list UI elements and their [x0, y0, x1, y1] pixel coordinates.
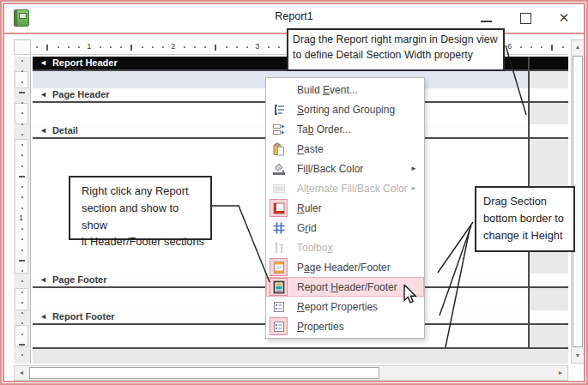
menu-item-tab-order[interactable]: Tab Order... — [266, 119, 424, 139]
section-arrow-icon: ◄ — [39, 90, 47, 99]
submenu-arrow-icon: ► — [410, 184, 417, 192]
section-context-menu: Build Event... Sorting and Grouping Tab … — [265, 77, 425, 339]
cursor-pointer-icon — [403, 285, 420, 304]
menu-item-toolbox[interactable]: Toolbox — [266, 238, 424, 257]
report-header-footer-icon — [270, 279, 287, 295]
paste-icon — [270, 141, 287, 157]
menu-item-build-event[interactable]: Build Event... — [266, 80, 424, 99]
menu-item-page-header-footer[interactable]: Page Header/Footer — [266, 257, 424, 277]
report-properties-icon — [270, 298, 287, 315]
scroll-up-icon[interactable]: ▲ — [571, 40, 585, 54]
menu-item-report-header-footer[interactable]: Report Header/Footer — [266, 277, 424, 297]
menu-item-fill-back-color[interactable]: Fill/Back Color ► — [266, 159, 424, 178]
sorting-grouping-icon — [270, 101, 287, 117]
callout-right-click-section: Right click any Reportsection and show t… — [69, 176, 212, 240]
menu-item-ruler[interactable]: Ruler — [266, 198, 424, 218]
menu-item-sorting-and-grouping[interactable]: Sorting and Grouping — [266, 99, 424, 119]
maximize-button[interactable] — [512, 7, 538, 29]
scroll-right-icon[interactable]: ► — [554, 366, 567, 380]
scroll-left-icon[interactable]: ◄ — [15, 366, 28, 380]
ruler-corner-box[interactable] — [14, 39, 31, 55]
callout-drag-right-margin: Drag the Report right margin in Design v… — [287, 28, 505, 71]
callout-drag-section-border: Drag Sectionbottom border tochange it He… — [475, 186, 575, 252]
section-arrow-icon: ◄ — [39, 126, 47, 135]
menu-item-paste[interactable]: Paste — [266, 139, 424, 159]
no-icon — [270, 81, 287, 98]
vruler-segment — [15, 139, 28, 274]
menu-item-alternate-fill-back-color[interactable]: Alternate Fill/Back Color ► — [266, 178, 424, 198]
menu-item-report-properties[interactable]: Report Properties — [266, 297, 424, 316]
ruler-icon — [270, 200, 287, 216]
menu-item-grid[interactable]: Grid — [266, 218, 424, 238]
horizontal-scroll-thumb[interactable] — [29, 367, 379, 379]
section-arrow-icon: ◄ — [39, 58, 47, 67]
alternate-fill-back-color-icon — [270, 180, 287, 196]
properties-icon — [270, 318, 287, 334]
section-arrow-icon: ◄ — [39, 275, 47, 284]
page-header-footer-icon — [270, 259, 287, 275]
submenu-arrow-icon: ► — [410, 165, 417, 172]
section-arrow-icon: ◄ — [39, 312, 47, 321]
report-bottom-border-line[interactable] — [33, 347, 568, 349]
close-button[interactable]: ✕ — [551, 7, 577, 29]
toolbox-icon — [270, 239, 287, 256]
grid-icon — [270, 220, 287, 236]
vertical-ruler[interactable]: 1 — [14, 57, 31, 364]
scroll-down-icon[interactable]: ▼ — [571, 349, 585, 363]
menu-item-properties[interactable]: Properties — [266, 316, 424, 336]
horizontal-scrollbar[interactable]: ◄ ► — [14, 365, 568, 381]
vruler-segment — [15, 71, 28, 88]
tab-order-icon — [270, 121, 287, 137]
fill-back-color-icon — [270, 160, 287, 177]
access-report-design-window: Report1 ✕ 1236 1 ◄Report Header ◄Page He… — [0, 0, 588, 385]
minimize-button[interactable] — [474, 7, 500, 29]
